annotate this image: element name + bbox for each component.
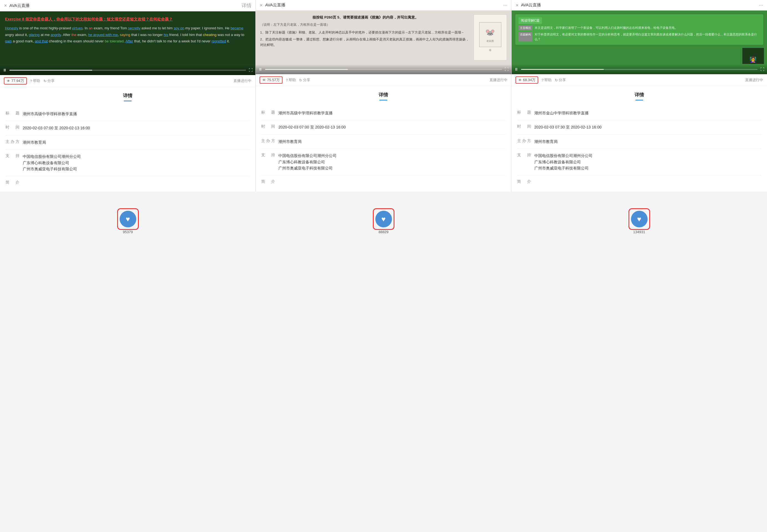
value-2-3: 中国电信股份有限公司潮州分公司 广东博心科教设备有限公司 广州市奥威亚电子科技有… xyxy=(278,153,337,171)
pause-button-1[interactable]: ⏸ xyxy=(3,68,7,72)
title-bar-left-1: ✕ AVA云直播 xyxy=(4,3,30,8)
fullscreen-button-2[interactable]: ⛶ xyxy=(505,67,509,71)
close-icon-2[interactable]: ✕ xyxy=(260,3,263,7)
mini-classroom: 👩‍🏫 xyxy=(742,48,764,64)
video-controls-3: ⏸ ⛶ xyxy=(512,64,767,74)
live-status-2: 直播进行中 xyxy=(489,78,507,83)
fullscreen-button-1[interactable]: ⛶ xyxy=(249,68,253,72)
video-content-1: Exercise 8 假定你是命题人，你会用以下的文段如何命题：短文填空还是短文… xyxy=(0,11,255,72)
detail-row-1-0: 标 题 潮州市高级中学理科班教学直播 xyxy=(6,107,250,121)
board-text1-3: 本文是说明文，科学家们发明了一个新设备，可以利用人们走路时腿的左右科摆来发电，给… xyxy=(535,25,678,30)
label-2-2: 主办方 xyxy=(261,138,276,143)
pause-button-2[interactable]: ⏸ xyxy=(258,67,262,71)
label-2-4: 简 介 xyxy=(261,179,276,184)
label-3-4: 简 介 xyxy=(517,179,532,184)
bottom-col-3: ♥ 134931 xyxy=(511,208,767,240)
value-3-0: 潮州市金山中学理科班教学直播 xyxy=(534,110,589,116)
detail-section-3: 详情 标 题 潮州市金山中学理科班教学直播 时 间 2020-02-03 07:… xyxy=(512,86,767,191)
value-1-0: 潮州市高级中学理科班教学直播 xyxy=(23,111,77,117)
like-button-3[interactable]: ♥ xyxy=(631,211,648,227)
detail-title-3: 详情 xyxy=(517,92,761,98)
close-icon-3[interactable]: ✕ xyxy=(515,3,519,7)
stats-bar-3: 👁 68.34万 ? 帮助 ↻ 分享 直播进行中 xyxy=(512,74,767,86)
label-3-3: 支 持 xyxy=(517,153,532,158)
board-label1-3: 主旨概括 xyxy=(519,25,532,30)
progress-fill-3 xyxy=(521,69,604,70)
like-button-1[interactable]: ♥ xyxy=(120,211,136,227)
label-1-1: 时 间 xyxy=(6,125,20,130)
title-bar-1: ✕ AVA云直播 详情 xyxy=(0,0,255,11)
video-left-2: 核按钮 P260页 5、请简要描述漫画《措施》的内容，并写出寓意。 （说明：左下… xyxy=(260,14,471,60)
value-1-2: 潮州市教育局 xyxy=(23,139,46,145)
heart-icon-3: ♥ xyxy=(637,215,641,223)
like-count-1: 95379 xyxy=(123,230,133,234)
panel-item1-2: 1、除了关注标题《措施》和猫、老鼠、人走开时的神态以及手中的笔外，还要抓住漫画下… xyxy=(260,30,471,35)
label-2-1: 时 间 xyxy=(261,124,276,129)
app-title-3: AVA云直播 xyxy=(521,2,541,8)
detail-row-1-3: 支 持 中国电信股份有限公司潮州分公司 广东博心科教设备有限公司 广州市奥威亚电… xyxy=(6,150,250,176)
app-title-1: AVA云直播 xyxy=(9,3,30,8)
detail-row-2-1: 时 间 2020-02-03 07:00 至 2020-02-13 16:00 xyxy=(261,120,506,134)
eye-icon-2: 👁 xyxy=(262,78,266,82)
like-container-2: ♥ xyxy=(373,208,394,230)
help-button-3[interactable]: ? 帮助 xyxy=(542,78,551,83)
bottom-col-1: ♥ 95379 xyxy=(0,208,256,240)
wall-label: 墙 xyxy=(479,48,501,52)
progress-bar-3[interactable] xyxy=(521,69,758,70)
stream-grid: ✕ AVA云直播 详情 Exercise 8 假定你是命题人，你会用以下的文段如… xyxy=(0,0,767,192)
app-title-2: AVA云直播 xyxy=(265,2,285,8)
board-text2-3: 对于科普类说明文，有必要对文章的整体性作一定的分析和思考，就是要弄明白这篇文章到… xyxy=(535,32,760,42)
help-icon-1: ? xyxy=(30,79,32,83)
fullscreen-button-3[interactable]: ⛶ xyxy=(760,67,764,71)
detail-section-1: 详情 标 题 潮州市高级中学理科班教学直播 时 间 2020-02-03 07:… xyxy=(0,87,255,192)
more-icon-1[interactable]: 详情 xyxy=(242,2,252,9)
panel-title-cn-2: 核按钮 P260页 5、请简要描述漫画《措施》的内容，并写出寓意。 xyxy=(260,14,471,20)
share-button-3[interactable]: ↻ 分享 xyxy=(555,78,566,83)
video-area-3: 阅读理解C篇 主旨概括 本文是说明文，科学家们发明了一个新设备，可以利用人们走路… xyxy=(512,11,767,74)
stream-col-2: ✕ AVA云直播 ··· 核按钮 P260页 5、请简要描述漫画《措施》的内容，… xyxy=(256,0,511,192)
label-3-2: 主办方 xyxy=(517,138,532,143)
detail-row-3-4: 简 介 xyxy=(517,175,761,188)
board-title-3: 阅读理解C篇 xyxy=(519,17,542,24)
progress-fill-2 xyxy=(265,69,348,70)
stats-bar-1: 👁 77.94万 ? 帮助 ↻ 分享 直播进行中 xyxy=(0,75,255,87)
like-button-2[interactable]: ♥ xyxy=(375,211,392,227)
help-label-1: 帮助 xyxy=(33,78,40,83)
help-label-3: 帮助 xyxy=(544,78,551,83)
detail-row-3-0: 标 题 潮州市金山中学理科班教学直播 xyxy=(517,106,761,120)
value-1-1: 2020-02-03 07:00 至 2020-02-13 16:00 xyxy=(23,125,90,131)
view-count-box-3: 👁 68.34万 xyxy=(515,76,538,84)
video-controls-1: ⏸ ⛶ xyxy=(0,65,255,75)
progress-fill-1 xyxy=(9,70,92,71)
heart-icon-2: ♥ xyxy=(381,215,386,223)
view-count-box-1: 👁 77.94万 xyxy=(4,77,27,84)
progress-bar-2[interactable] xyxy=(265,69,502,70)
stream-col-3: ✕ AVA云直播 ··· 阅读理解C篇 主旨概括 本文是说明文，科学家们发明了一… xyxy=(512,0,767,192)
share-label-3: 分享 xyxy=(559,78,566,83)
detail-row-2-4: 简 介 xyxy=(261,175,506,188)
detail-title-2: 详情 xyxy=(261,92,506,98)
close-icon-1[interactable]: ✕ xyxy=(4,3,7,8)
help-button-2[interactable]: ? 帮助 xyxy=(286,78,296,83)
live-status-1: 直播进行中 xyxy=(234,78,252,83)
video-text-body-1: Honesty is one of the most highly-praise… xyxy=(5,25,250,44)
share-button-2[interactable]: ↻ 分享 xyxy=(299,78,310,83)
detail-underline-2 xyxy=(379,100,387,101)
share-icon-3: ↻ xyxy=(555,78,558,82)
value-3-2: 潮州市教育局 xyxy=(534,138,558,145)
view-count-2: 75.57万 xyxy=(267,78,280,83)
more-icon-2[interactable]: ··· xyxy=(503,2,507,8)
label-2-3: 支 持 xyxy=(261,153,276,158)
panel-subtitle-2: （说明：左下方是只老鼠，方框所在是一面墙） xyxy=(260,22,471,28)
detail-row-3-3: 支 持 中国电信股份有限公司潮州分公司 广东博心科教设备有限公司 广州市奥威亚电… xyxy=(517,149,761,175)
mouse-image: 🐭 老鼠图 xyxy=(479,22,501,47)
bottom-col-2: ♥ 88829 xyxy=(256,208,511,240)
progress-bar-1[interactable] xyxy=(9,70,246,71)
help-button-1[interactable]: ? 帮助 xyxy=(30,78,40,83)
more-icon-3[interactable]: ··· xyxy=(759,2,763,8)
share-button-1[interactable]: ↻ 分享 xyxy=(43,78,55,83)
detail-row-2-3: 支 持 中国电信股份有限公司潮州分公司 广东博心科教设备有限公司 广州市奥威亚电… xyxy=(261,149,506,175)
pause-button-3[interactable]: ⏸ xyxy=(514,67,518,71)
view-count-1: 77.94万 xyxy=(11,78,24,83)
video-right-2: 🐭 老鼠图 墙 xyxy=(474,14,507,60)
